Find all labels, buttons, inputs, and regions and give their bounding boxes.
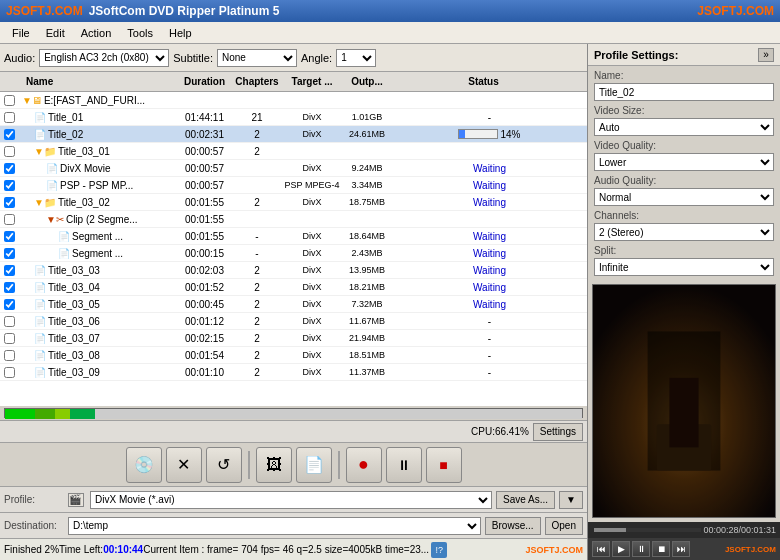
seg-1: [5, 409, 35, 419]
row-checkbox[interactable]: [4, 95, 15, 106]
table-row[interactable]: 📄Segment ... 00:00:15 - DivX 2.43MB Wait…: [0, 245, 587, 262]
menu-file[interactable]: File: [4, 25, 38, 41]
table-row[interactable]: 📄Title_03_05 00:00:45 2 DivX 7.32MB Wait…: [0, 296, 587, 313]
destination-bar: Destination: D:\temp Browse... Open: [0, 512, 587, 538]
settings-form: Name: Video Size: Auto Video Quality: Lo…: [588, 66, 780, 280]
subtitle-label: Subtitle:: [173, 52, 213, 64]
menu-action[interactable]: Action: [73, 25, 120, 41]
finished-label: Finished 2%: [4, 544, 59, 555]
table-row[interactable]: 📄Title_02 00:02:31 2 DivX 24.61MB 14%: [0, 126, 587, 143]
row-checkbox[interactable]: [4, 248, 15, 259]
settings-button[interactable]: Settings: [533, 423, 583, 441]
pause-button[interactable]: ⏸: [386, 447, 422, 483]
row-checkbox[interactable]: [4, 180, 15, 191]
audio-select[interactable]: English AC3 2ch (0x80): [39, 49, 169, 67]
video-quality-group: Video Quality: Lower: [594, 140, 774, 171]
menu-help[interactable]: Help: [161, 25, 200, 41]
dvd-button[interactable]: 💿: [126, 447, 162, 483]
file-list-header: Name Duration Chapters Target ... Outp..…: [0, 72, 587, 92]
audio-quality-select[interactable]: Normal: [594, 188, 774, 206]
video-size-select[interactable]: Auto: [594, 118, 774, 136]
time-left-label: Time Left:: [59, 544, 103, 555]
table-row[interactable]: 📄Title_03_09 00:01:10 2 DivX 11.37MB -: [0, 364, 587, 381]
row-checkbox[interactable]: [4, 163, 15, 174]
prev-stop-button[interactable]: ⏹: [652, 541, 670, 557]
brand-right: JSOFTJ.COM: [697, 4, 774, 18]
video-quality-label: Video Quality:: [594, 140, 774, 151]
split-group: Split: Infinite: [594, 245, 774, 276]
table-row[interactable]: 📄Segment ... 00:01:55 - DivX 18.64MB Wai…: [0, 228, 587, 245]
record-button[interactable]: ●: [346, 447, 382, 483]
help-button[interactable]: !?: [431, 542, 447, 558]
row-checkbox[interactable]: [4, 214, 15, 225]
row-checkbox[interactable]: [4, 350, 15, 361]
stop-button[interactable]: ■: [426, 447, 462, 483]
table-row[interactable]: 📄Title_03_08 00:01:54 2 DivX 18.51MB -: [0, 347, 587, 364]
table-row[interactable]: 📄Title_03_07 00:02:15 2 DivX 21.94MB -: [0, 330, 587, 347]
name-group: Name:: [594, 70, 774, 101]
profile-select[interactable]: DivX Movie (*.avi): [90, 491, 492, 509]
row-checkbox[interactable]: [4, 197, 15, 208]
row-checkbox[interactable]: [4, 367, 15, 378]
col-header-status: Status: [392, 76, 575, 87]
expand-button[interactable]: »: [758, 48, 774, 62]
image-button[interactable]: 🖼: [256, 447, 292, 483]
table-row[interactable]: 📄Title_03_03 00:02:03 2 DivX 13.95MB Wai…: [0, 262, 587, 279]
toolbar-separator-2: [338, 451, 340, 479]
table-row[interactable]: ▼📁Title_03_01 00:00:57 2: [0, 143, 587, 160]
angle-label: Angle:: [301, 52, 332, 64]
menu-edit[interactable]: Edit: [38, 25, 73, 41]
table-row[interactable]: ▼✂Clip (2 Segme... 00:01:55: [0, 211, 587, 228]
audio-quality-label: Audio Quality:: [594, 175, 774, 186]
prev-play-button[interactable]: ▶: [612, 541, 630, 557]
col-header-duration: Duration: [177, 76, 232, 87]
dest-select[interactable]: D:\temp: [68, 517, 481, 535]
channels-label: Channels:: [594, 210, 774, 221]
row-checkbox[interactable]: [4, 231, 15, 242]
row-checkbox[interactable]: [4, 316, 15, 327]
save-as-button[interactable]: Save As...: [496, 491, 555, 509]
profile-settings-header: Profile Settings: »: [588, 44, 780, 66]
table-row[interactable]: 📄Title_03_06 00:01:12 2 DivX 11.67MB -: [0, 313, 587, 330]
table-row[interactable]: 📄Title_01 01:44:11 21 DivX 1.01GB -: [0, 109, 587, 126]
cpu-label: CPU:66.41%: [471, 426, 529, 437]
video-quality-select[interactable]: Lower: [594, 153, 774, 171]
subtitle-select[interactable]: None: [217, 49, 297, 67]
title: JSoftCom DVD Ripper Platinum 5: [89, 4, 280, 18]
angle-select[interactable]: 1: [336, 49, 376, 67]
remove-button[interactable]: ✕: [166, 447, 202, 483]
bottom-status: Finished 2% Time Left: 00:10:44 Current …: [0, 538, 587, 560]
open-button[interactable]: Open: [545, 517, 583, 535]
row-checkbox[interactable]: [4, 299, 15, 310]
prev-pause-button[interactable]: ⏸: [632, 541, 650, 557]
row-checkbox[interactable]: [4, 333, 15, 344]
table-row[interactable]: 📄PSP - PSP MP... 00:00:57 PSP MPEG-4 3.3…: [0, 177, 587, 194]
col-header-chapters: Chapters: [232, 76, 282, 87]
table-row[interactable]: ▼🖥E:[FAST_AND_FURI...: [0, 92, 587, 109]
row-checkbox[interactable]: [4, 112, 15, 123]
table-row[interactable]: 📄DivX Movie 00:00:57 DivX 9.24MB Waiting: [0, 160, 587, 177]
time-left-value: 00:10:44: [103, 544, 143, 555]
browse-button[interactable]: Browse...: [485, 517, 541, 535]
right-panel: Profile Settings: » Name: Video Size: Au…: [588, 44, 780, 560]
row-checkbox[interactable]: [4, 129, 15, 140]
table-row[interactable]: 📄Title_03_04 00:01:52 2 DivX 18.21MB Wai…: [0, 279, 587, 296]
prev-prev-button[interactable]: ⏮: [592, 541, 610, 557]
profile-dropdown-button[interactable]: ▼: [559, 491, 583, 509]
seg-2: [35, 409, 55, 419]
menu-tools[interactable]: Tools: [119, 25, 161, 41]
name-input[interactable]: [594, 83, 774, 101]
row-checkbox[interactable]: [4, 146, 15, 157]
green-progress-bar: [0, 406, 587, 420]
row-checkbox[interactable]: [4, 282, 15, 293]
split-select[interactable]: Infinite: [594, 258, 774, 276]
table-row[interactable]: ▼📁Title_03_02 00:01:55 2 DivX 18.75MB Wa…: [0, 194, 587, 211]
channels-select[interactable]: 2 (Stereo): [594, 223, 774, 241]
refresh-button[interactable]: ↺: [206, 447, 242, 483]
menubar: File Edit Action Tools Help: [0, 22, 780, 44]
audio-quality-group: Audio Quality: Normal: [594, 175, 774, 206]
channels-group: Channels: 2 (Stereo): [594, 210, 774, 241]
row-checkbox[interactable]: [4, 265, 15, 276]
prev-next-button[interactable]: ⏭: [672, 541, 690, 557]
doc-button[interactable]: 📄: [296, 447, 332, 483]
